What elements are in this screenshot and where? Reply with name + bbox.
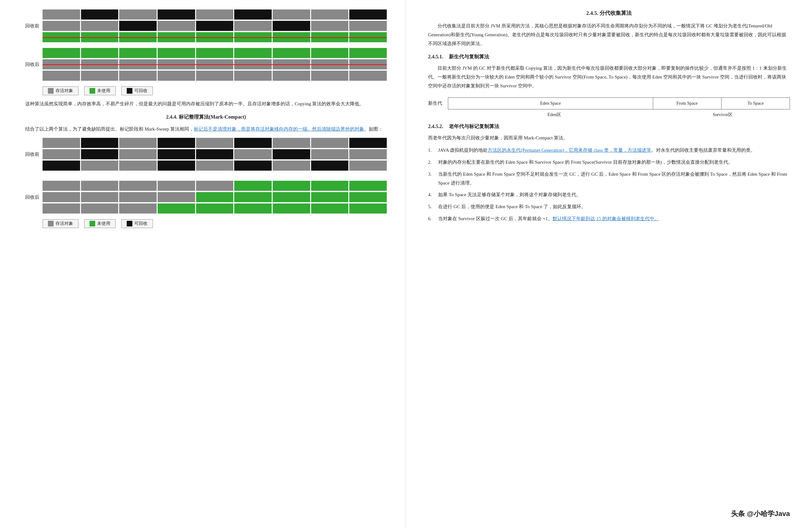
paragraph-2-link: 标记后不是清理对象，而是将存活对象移向内存的一端。然后清除端边界外的对象 [194, 127, 364, 131]
legend-box-gray-1 [48, 88, 54, 94]
survivor-area-label: Survivor区 [655, 112, 790, 118]
legend-green-2: 未使用 [84, 219, 116, 228]
list-num-5: 5. [428, 202, 435, 211]
legend-gray-2: 存活对象 [43, 219, 78, 228]
before-blocks-1 [43, 10, 387, 42]
list-text-3: 当新生代的 Eden Space 和 From Space 空间不足时就会发生一… [438, 170, 790, 188]
left-panel: 回收前 [0, 0, 406, 528]
list-text-4: 如果 To Space 无法足够存储某个对象，则将这个对象存储到老生代。 [438, 190, 790, 199]
list-text-5: 在进行 GC 后，使用的便是 Eden Space 和 To Space 了，如… [438, 202, 790, 211]
after-row-1: 回收后 [25, 48, 387, 81]
legend-green-1: 未使用 [84, 86, 116, 95]
legend-black-1: 可回收 [121, 86, 153, 95]
from-box: From Space [653, 98, 722, 109]
subsection-num-2452: 2.4.5.2. [428, 124, 443, 129]
legend-label-gray-2: 存活对象 [56, 221, 73, 227]
list-text-2: 对象的内存分配主要在新生代的 Eden Space 和 Survivor Spa… [438, 158, 790, 167]
legend-1: 存活对象 未使用 可回收 [43, 86, 387, 95]
watermark: 头条 @小哈学Java [731, 509, 790, 518]
list-num-1: 1. [428, 146, 435, 155]
young-gen-label: 新生代 [428, 100, 442, 106]
right-paragraph-2: 目前大部分 JVM 的 GC 对于新生代都采取 Copying 算法，因为新生代… [428, 64, 790, 90]
legend-black-2: 可回收 [121, 219, 153, 228]
legend-box-black-2 [127, 221, 132, 227]
after-blocks-2 [43, 181, 387, 214]
before-row-1: 回收前 [25, 10, 387, 42]
paragraph-2-end: 。如图： [364, 127, 383, 131]
list-text-6: 当对象在 Survivor 区躲过一次 GC 后，其年龄就会 +1。默认情况下年… [438, 214, 790, 223]
before-label-2: 回收前 [25, 152, 43, 157]
section244-title: 2.4.4. 标记整理算法(Mark-Compact) [25, 114, 387, 120]
list-num-6: 6. [428, 214, 435, 223]
paragraph-2: 结合了以上两个算法，为了避免缺陷而提出。标记阶段和 Mark-Sweep 算法相… [25, 125, 387, 133]
list-item-4: 4. 如果 To Space 无法足够存储某个对象，则将这个对象存储到老生代。 [428, 190, 790, 199]
list-num-4: 4. [428, 190, 435, 199]
subsection-label-2452: 老年代与标记复制算法 [449, 123, 499, 130]
list-item-3: 3. 当新生代的 Eden Space 和 From Space 空间不足时就会… [428, 170, 790, 188]
subsection-num-2451: 2.4.5.1. [428, 54, 443, 60]
subtitle-2451: 2.4.5.1. 新生代与复制算法 [428, 54, 790, 60]
after-diagram-1: 回收后 [25, 48, 387, 81]
right-paragraph-3: 而老年代因为每次只回收少量对象，因而采用 Mark-Compact 算法。 [428, 134, 790, 143]
before-label-1: 回收前 [25, 23, 43, 29]
list-items: 1. JAVA 虚拟机提到的地处方法区的永生代(Permanet Generat… [428, 146, 790, 223]
subtitle-2452: 2.4.5.2. 老年代与标记复制算法 [428, 123, 790, 130]
before-blocks-2 [43, 138, 387, 171]
paragraph-1: 这种算法虽然实现简单，内存效率高，不易产生碎片，但是最大的问题是可用内存被压缩到… [25, 100, 387, 108]
right-panel: 2.4.5. 分代收集算法 分代收集法是目前大部分 JVM 所采用的方法，其核心… [406, 0, 812, 528]
before-diagram-2: 回收前 [25, 138, 387, 171]
subsection-label-2451: 新生代与复制算法 [449, 54, 489, 60]
list-item-5: 5. 在进行 GC 后，使用的便是 Eden Space 和 To Space … [428, 202, 790, 211]
legend-label-green-2: 未使用 [97, 221, 110, 227]
after-row-2: 回收后 [25, 181, 387, 214]
before-row-2: 回收前 [25, 138, 387, 171]
young-gen-labels-row: Eden区 Survivor区 [453, 112, 790, 118]
legend-box-green-2 [89, 221, 95, 227]
right-paragraph-1: 分代收集法是目前大部分 JVM 所采用的方法，其核心思想是根据对象存活的不同生命… [428, 22, 790, 48]
legend-label-black-1: 可回收 [134, 88, 147, 94]
legend-2: 存活对象 未使用 可回收 [43, 219, 387, 228]
eden-area-label: Eden区 [453, 112, 655, 118]
title-245: 2.4.5. 分代收集算法 [428, 10, 790, 17]
list-item-2: 2. 对象的内存分配主要在新生代的 Eden Space 和 Survivor … [428, 158, 790, 167]
young-gen-boxes: Eden Space From Space To Space [448, 98, 790, 110]
list-item-1: 1. JAVA 虚拟机提到的地处方法区的永生代(Permanet Generat… [428, 146, 790, 155]
list-link-6: 默认情况下年龄到达 15 的对象会被移到老生代中。 [553, 216, 659, 221]
legend-label-black-2: 可回收 [134, 221, 147, 227]
list-link-1: 方法区的永生代(Permanet Generation)，它用来存储 class… [488, 147, 651, 153]
legend-gray-1: 存活对象 [43, 86, 78, 95]
to-box: To Space [722, 98, 789, 109]
after-label-2: 回收后 [25, 194, 43, 200]
eden-box: Eden Space [448, 98, 653, 109]
legend-label-green-1: 未使用 [97, 88, 110, 94]
after-label-1: 回收后 [25, 61, 43, 68]
legend-box-gray-2 [48, 221, 54, 227]
legend-box-black-1 [127, 88, 132, 94]
legend-box-green-1 [89, 88, 95, 94]
list-num-3: 3. [428, 170, 435, 179]
after-blocks-1 [43, 48, 387, 81]
list-item-6: 6. 当对象在 Survivor 区躲过一次 GC 后，其年龄就会 +1。默认情… [428, 214, 790, 223]
after-diagram-2: 回收后 [25, 181, 387, 214]
list-num-2: 2. [428, 158, 435, 167]
list-text-1: JAVA 虚拟机提到的地处方法区的永生代(Permanet Generation… [438, 146, 790, 155]
legend-label-gray-1: 存活对象 [56, 88, 73, 94]
young-gen-diagram: 新生代 Eden Space From Space To Space [428, 98, 790, 110]
before-diagram-1: 回收前 [25, 10, 387, 42]
paragraph-2-start: 结合了以上两个算法，为了避免缺陷而提出。标记阶段和 Mark-Sweep 算法相… [25, 127, 194, 131]
